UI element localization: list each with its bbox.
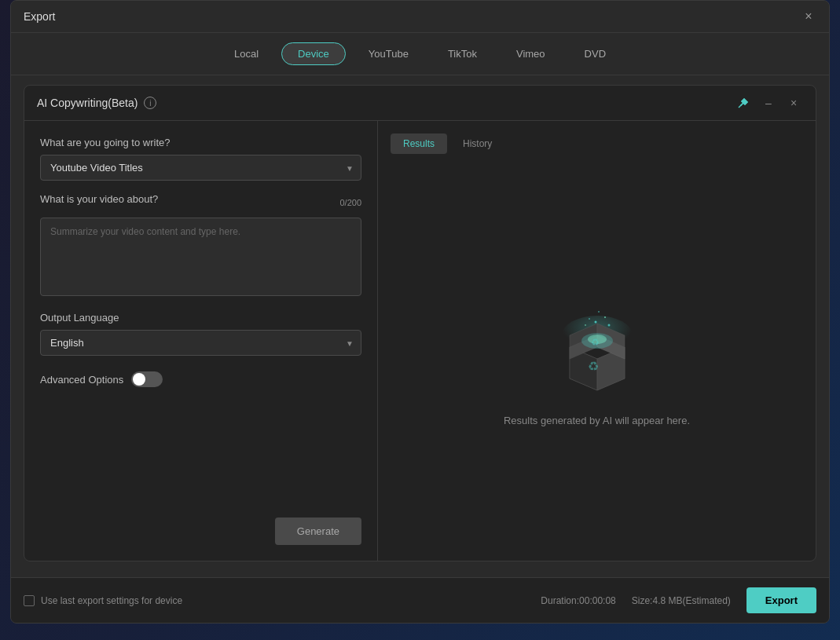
- generate-button[interactable]: Generate: [275, 517, 361, 545]
- empty-box-illustration: ♻ ♻: [542, 292, 652, 402]
- size-display: Size:4.8 MB(Estimated): [632, 595, 731, 606]
- minimize-button[interactable]: –: [759, 93, 778, 112]
- export-button[interactable]: Export: [746, 587, 816, 613]
- ai-panel-actions: – ×: [734, 93, 803, 112]
- bottom-right: Duration:00:00:08 Size:4.8 MB(Estimated)…: [541, 587, 816, 613]
- results-empty-state: ♻ ♻ Results generated by AI will appear …: [391, 170, 803, 548]
- tab-tiktok[interactable]: TikTok: [431, 42, 493, 65]
- content-type-select[interactable]: Youtube Video Titles YouTube Description…: [40, 155, 361, 181]
- export-dialog: Export × Local Device YouTube TikTok Vim…: [10, 0, 830, 624]
- results-empty-text: Results generated by AI will appear here…: [504, 415, 690, 426]
- output-language-field: Output Language English Spanish French G…: [40, 312, 361, 356]
- svg-point-12: [604, 316, 606, 318]
- tab-youtube[interactable]: YouTube: [352, 42, 425, 65]
- ai-right-panel: Results History: [378, 121, 816, 561]
- bottom-left: Use last export settings for device: [24, 595, 182, 606]
- svg-text:♻: ♻: [591, 337, 600, 348]
- content-type-select-wrapper: Youtube Video Titles YouTube Description…: [40, 155, 361, 181]
- dialog-close-button[interactable]: ×: [801, 9, 816, 24]
- language-select[interactable]: English Spanish French German Chinese Ja…: [40, 330, 361, 356]
- dialog-header: Export ×: [11, 1, 829, 33]
- advanced-options-label: Advanced Options: [40, 374, 123, 386]
- tab-device[interactable]: Device: [281, 42, 346, 65]
- dialog-title: Export: [24, 10, 55, 23]
- advanced-options-row: Advanced Options: [40, 371, 361, 387]
- svg-point-15: [585, 324, 586, 326]
- ai-panel-header: AI Copywriting(Beta) i – ×: [24, 86, 816, 121]
- toggle-slider: [131, 371, 163, 387]
- close-panel-button[interactable]: ×: [784, 93, 803, 112]
- export-tab-bar: Local Device YouTube TikTok Vimeo DVD: [11, 33, 829, 75]
- char-count: 0/200: [339, 198, 361, 207]
- ai-left-form: What are you going to write? Youtube Vid…: [24, 121, 378, 561]
- last-settings-checkbox[interactable]: [24, 595, 35, 606]
- dialog-body: AI Copywriting(Beta) i – ×: [11, 75, 829, 571]
- advanced-options-toggle[interactable]: [131, 371, 163, 387]
- history-tab[interactable]: History: [450, 133, 504, 154]
- video-about-textarea[interactable]: [40, 218, 361, 296]
- textarea-header: What is your video about? 0/200: [40, 193, 361, 211]
- language-select-wrapper: English Spanish French German Chinese Ja…: [40, 330, 361, 356]
- svg-point-16: [598, 311, 600, 313]
- content-type-field: What are you going to write? Youtube Vid…: [40, 137, 361, 181]
- last-settings-label: Use last export settings for device: [41, 595, 182, 606]
- video-about-field: What is your video about? 0/200: [40, 193, 361, 299]
- tab-local[interactable]: Local: [218, 42, 275, 65]
- svg-text:♻: ♻: [588, 360, 599, 373]
- ai-panel-title: AI Copywriting(Beta): [37, 97, 138, 109]
- ai-panel-content: What are you going to write? Youtube Vid…: [24, 121, 816, 561]
- svg-point-13: [589, 318, 590, 320]
- results-tabs: Results History: [391, 133, 803, 154]
- pin-button[interactable]: [734, 93, 753, 112]
- bottom-bar: Use last export settings for device Dura…: [11, 577, 829, 623]
- output-language-label: Output Language: [40, 312, 361, 324]
- svg-point-14: [607, 324, 610, 326]
- info-icon[interactable]: i: [144, 97, 156, 109]
- tab-dvd[interactable]: DVD: [568, 42, 622, 65]
- generate-btn-wrapper: Generate: [40, 517, 361, 545]
- video-about-label: What is your video about?: [40, 193, 158, 205]
- duration-display: Duration:00:00:08: [541, 595, 615, 606]
- ai-panel-title-row: AI Copywriting(Beta) i: [37, 97, 156, 109]
- results-tab[interactable]: Results: [391, 133, 447, 154]
- tab-vimeo[interactable]: Vimeo: [500, 42, 562, 65]
- svg-line-0: [739, 105, 741, 108]
- ai-copywriting-panel: AI Copywriting(Beta) i – ×: [24, 85, 816, 561]
- content-type-label: What are you going to write?: [40, 137, 361, 148]
- svg-point-11: [594, 320, 596, 323]
